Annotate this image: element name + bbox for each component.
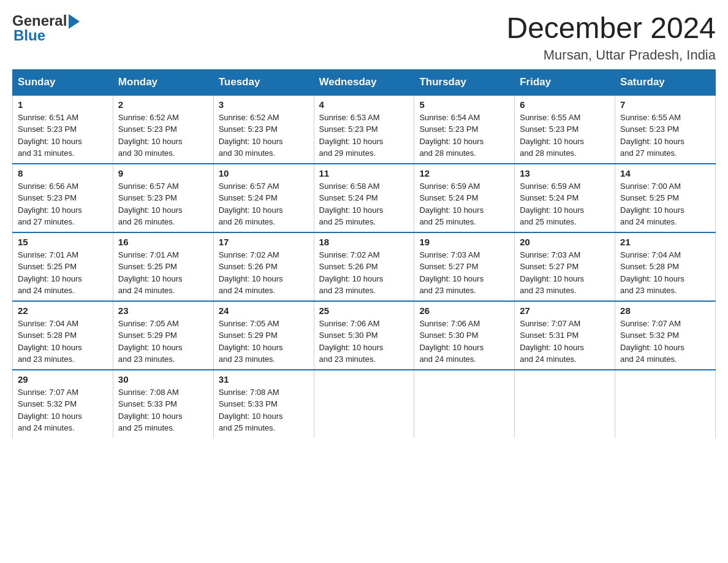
day-info: Sunrise: 7:05 AMSunset: 5:29 PMDaylight:… [118, 318, 208, 366]
day-number: 3 [219, 99, 309, 110]
header-tuesday: Tuesday [213, 69, 314, 95]
day-info: Sunrise: 7:02 AMSunset: 5:26 PMDaylight:… [219, 249, 309, 297]
day-info: Sunrise: 7:01 AMSunset: 5:25 PMDaylight:… [118, 249, 208, 297]
title-section: December 2024 Mursan, Uttar Pradesh, Ind… [506, 12, 716, 63]
header-thursday: Thursday [414, 69, 515, 95]
table-row: 19 Sunrise: 7:03 AMSunset: 5:27 PMDaylig… [414, 232, 515, 301]
page-header: General Blue December 2024 Mursan, Uttar… [12, 12, 716, 63]
day-info: Sunrise: 6:55 AMSunset: 5:23 PMDaylight:… [620, 112, 710, 159]
calendar-week-row: 15 Sunrise: 7:01 AMSunset: 5:25 PMDaylig… [13, 232, 716, 301]
table-row: 12 Sunrise: 6:59 AMSunset: 5:24 PMDaylig… [414, 164, 515, 232]
day-number: 2 [118, 99, 208, 110]
table-row: 23 Sunrise: 7:05 AMSunset: 5:29 PMDaylig… [113, 301, 213, 370]
day-info: Sunrise: 6:55 AMSunset: 5:23 PMDaylight:… [520, 112, 610, 159]
day-number: 25 [319, 305, 409, 316]
day-info: Sunrise: 6:51 AMSunset: 5:23 PMDaylight:… [18, 112, 108, 159]
day-info: Sunrise: 7:08 AMSunset: 5:33 PMDaylight:… [219, 386, 309, 434]
table-row: 4 Sunrise: 6:53 AMSunset: 5:23 PMDayligh… [314, 95, 414, 164]
day-info: Sunrise: 7:01 AMSunset: 5:25 PMDaylight:… [18, 249, 108, 297]
table-row: 13 Sunrise: 6:59 AMSunset: 5:24 PMDaylig… [515, 164, 615, 232]
day-info: Sunrise: 6:57 AMSunset: 5:24 PMDaylight:… [219, 180, 309, 228]
day-number: 21 [620, 237, 710, 247]
day-info: Sunrise: 7:04 AMSunset: 5:28 PMDaylight:… [620, 249, 710, 297]
day-number: 28 [620, 305, 710, 316]
table-row: 2 Sunrise: 6:52 AMSunset: 5:23 PMDayligh… [113, 95, 213, 164]
table-row: 9 Sunrise: 6:57 AMSunset: 5:23 PMDayligh… [113, 164, 213, 232]
table-row: 11 Sunrise: 6:58 AMSunset: 5:24 PMDaylig… [314, 164, 414, 232]
day-info: Sunrise: 7:06 AMSunset: 5:30 PMDaylight:… [419, 318, 509, 366]
day-info: Sunrise: 7:07 AMSunset: 5:32 PMDaylight:… [18, 386, 108, 434]
day-number: 10 [219, 168, 309, 178]
table-row [414, 370, 515, 438]
logo-blue-text: Blue [12, 27, 80, 44]
table-row: 29 Sunrise: 7:07 AMSunset: 5:32 PMDaylig… [13, 370, 113, 438]
day-info: Sunrise: 7:03 AMSunset: 5:27 PMDaylight:… [520, 249, 610, 297]
day-number: 14 [620, 168, 710, 178]
day-number: 12 [419, 168, 509, 178]
day-info: Sunrise: 7:02 AMSunset: 5:26 PMDaylight:… [319, 249, 409, 297]
day-number: 1 [18, 99, 108, 110]
day-number: 17 [219, 237, 309, 247]
header-monday: Monday [113, 69, 213, 95]
table-row: 8 Sunrise: 6:56 AMSunset: 5:23 PMDayligh… [13, 164, 113, 232]
day-info: Sunrise: 7:07 AMSunset: 5:32 PMDaylight:… [620, 318, 710, 366]
table-row: 16 Sunrise: 7:01 AMSunset: 5:25 PMDaylig… [113, 232, 213, 301]
header-saturday: Saturday [615, 69, 716, 95]
day-number: 30 [118, 374, 208, 385]
table-row [615, 370, 716, 438]
day-number: 31 [219, 374, 309, 385]
day-info: Sunrise: 7:04 AMSunset: 5:28 PMDaylight:… [18, 318, 108, 366]
table-row: 28 Sunrise: 7:07 AMSunset: 5:32 PMDaylig… [615, 301, 716, 370]
header-friday: Friday [515, 69, 615, 95]
day-info: Sunrise: 7:07 AMSunset: 5:31 PMDaylight:… [520, 318, 610, 366]
day-info: Sunrise: 6:56 AMSunset: 5:23 PMDaylight:… [18, 180, 108, 228]
table-row [314, 370, 414, 438]
day-number: 16 [118, 237, 208, 247]
table-row: 30 Sunrise: 7:08 AMSunset: 5:33 PMDaylig… [113, 370, 213, 438]
calendar-week-row: 29 Sunrise: 7:07 AMSunset: 5:32 PMDaylig… [13, 370, 716, 438]
table-row: 24 Sunrise: 7:05 AMSunset: 5:29 PMDaylig… [213, 301, 314, 370]
day-number: 5 [419, 99, 509, 110]
table-row: 6 Sunrise: 6:55 AMSunset: 5:23 PMDayligh… [515, 95, 615, 164]
location-title: Mursan, Uttar Pradesh, India [506, 47, 716, 63]
calendar-week-row: 1 Sunrise: 6:51 AMSunset: 5:23 PMDayligh… [13, 95, 716, 164]
header-sunday: Sunday [13, 69, 113, 95]
day-number: 15 [18, 237, 108, 247]
day-number: 20 [520, 237, 610, 247]
day-info: Sunrise: 6:53 AMSunset: 5:23 PMDaylight:… [319, 112, 409, 159]
table-row: 26 Sunrise: 7:06 AMSunset: 5:30 PMDaylig… [414, 301, 515, 370]
table-row: 5 Sunrise: 6:54 AMSunset: 5:23 PMDayligh… [414, 95, 515, 164]
day-info: Sunrise: 7:05 AMSunset: 5:29 PMDaylight:… [219, 318, 309, 366]
day-info: Sunrise: 6:59 AMSunset: 5:24 PMDaylight:… [520, 180, 610, 228]
day-number: 7 [620, 99, 710, 110]
header-wednesday: Wednesday [314, 69, 414, 95]
day-number: 29 [18, 374, 108, 385]
day-number: 13 [520, 168, 610, 178]
calendar-table: Sunday Monday Tuesday Wednesday Thursday… [12, 69, 716, 438]
day-info: Sunrise: 6:58 AMSunset: 5:24 PMDaylight:… [319, 180, 409, 228]
table-row: 15 Sunrise: 7:01 AMSunset: 5:25 PMDaylig… [13, 232, 113, 301]
table-row: 3 Sunrise: 6:52 AMSunset: 5:23 PMDayligh… [213, 95, 314, 164]
month-title: December 2024 [506, 12, 716, 45]
day-number: 6 [520, 99, 610, 110]
day-info: Sunrise: 7:08 AMSunset: 5:33 PMDaylight:… [118, 386, 208, 434]
logo: General Blue [12, 12, 80, 44]
table-row: 17 Sunrise: 7:02 AMSunset: 5:26 PMDaylig… [213, 232, 314, 301]
day-number: 4 [319, 99, 409, 110]
table-row: 21 Sunrise: 7:04 AMSunset: 5:28 PMDaylig… [615, 232, 716, 301]
table-row [515, 370, 615, 438]
table-row: 27 Sunrise: 7:07 AMSunset: 5:31 PMDaylig… [515, 301, 615, 370]
day-info: Sunrise: 6:52 AMSunset: 5:23 PMDaylight:… [118, 112, 208, 159]
table-row: 10 Sunrise: 6:57 AMSunset: 5:24 PMDaylig… [213, 164, 314, 232]
day-number: 23 [118, 305, 208, 316]
calendar-week-row: 8 Sunrise: 6:56 AMSunset: 5:23 PMDayligh… [13, 164, 716, 232]
table-row: 31 Sunrise: 7:08 AMSunset: 5:33 PMDaylig… [213, 370, 314, 438]
day-info: Sunrise: 6:52 AMSunset: 5:23 PMDaylight:… [219, 112, 309, 159]
table-row: 20 Sunrise: 7:03 AMSunset: 5:27 PMDaylig… [515, 232, 615, 301]
day-number: 11 [319, 168, 409, 178]
day-number: 27 [520, 305, 610, 316]
table-row: 14 Sunrise: 7:00 AMSunset: 5:25 PMDaylig… [615, 164, 716, 232]
table-row: 1 Sunrise: 6:51 AMSunset: 5:23 PMDayligh… [13, 95, 113, 164]
weekday-header-row: Sunday Monday Tuesday Wednesday Thursday… [13, 69, 716, 95]
day-number: 24 [219, 305, 309, 316]
